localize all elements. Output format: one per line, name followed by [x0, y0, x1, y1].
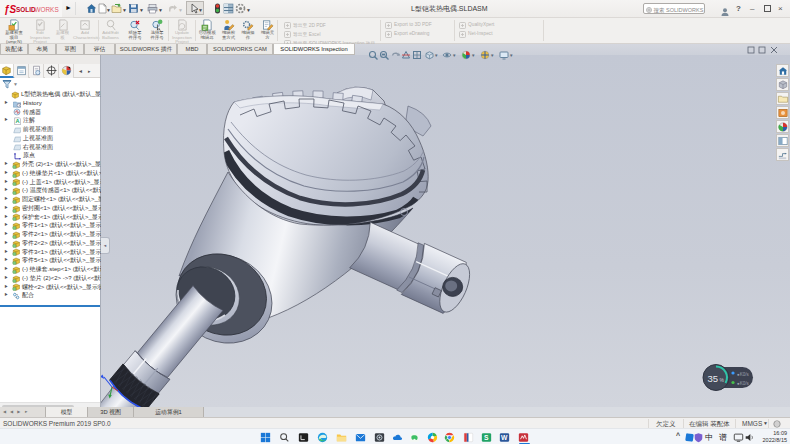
svg-text:A: A: [15, 118, 19, 124]
svg-text:W: W: [501, 434, 508, 441]
svg-text:●K0/s: ●K0/s: [737, 372, 749, 377]
svg-text:%: %: [720, 377, 725, 383]
svg-text:WORKS: WORKS: [35, 6, 59, 13]
svg-text:●K0/s: ●K0/s: [737, 381, 749, 386]
svg-text:35: 35: [708, 373, 719, 384]
svg-text:SOLID: SOLID: [16, 6, 36, 13]
svg-text:ƒS: ƒS: [4, 4, 17, 15]
svg-text:S: S: [484, 434, 489, 441]
